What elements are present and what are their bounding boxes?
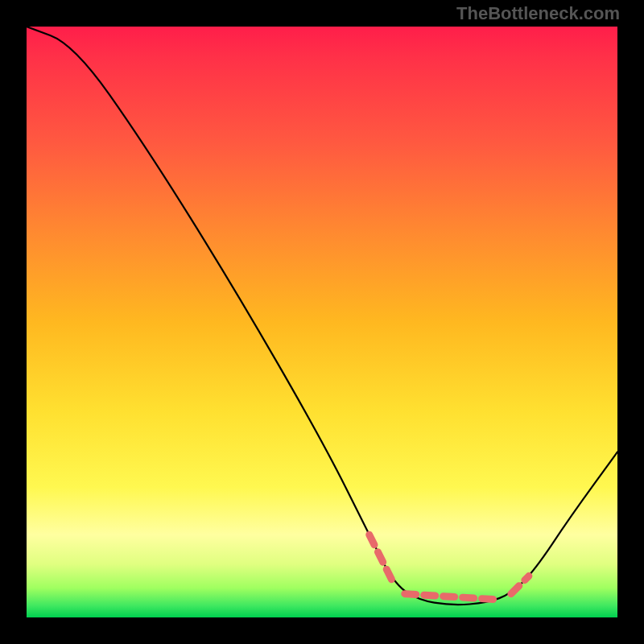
valley-highlight-segment bbox=[369, 535, 393, 582]
valley-highlight-group bbox=[369, 535, 529, 600]
bottleneck-curve-svg bbox=[27, 27, 617, 617]
valley-highlight-segment bbox=[405, 594, 499, 600]
chart-plot-area bbox=[27, 27, 617, 617]
bottleneck-curve-path bbox=[27, 27, 617, 605]
attribution-text: TheBottleneck.com bbox=[456, 3, 620, 24]
valley-highlight-segment bbox=[511, 576, 529, 594]
